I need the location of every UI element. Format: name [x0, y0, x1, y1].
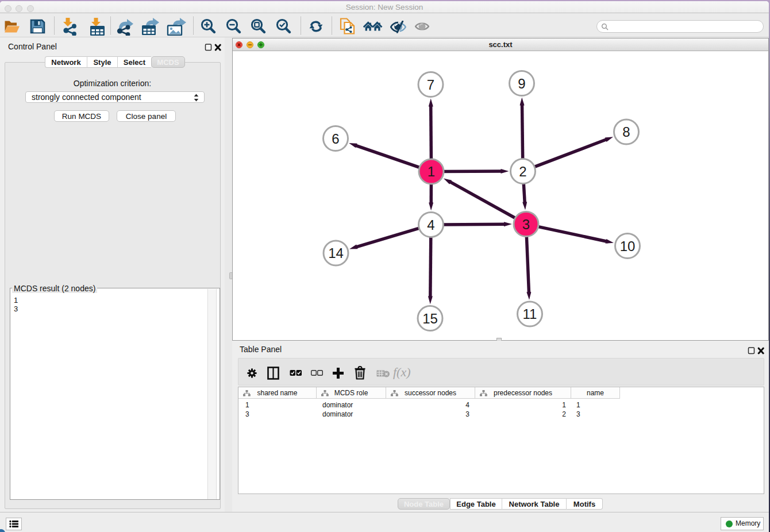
svg-text:15: 15	[422, 311, 438, 326]
svg-text:11: 11	[523, 306, 537, 322]
svg-text:1: 1	[428, 164, 435, 179]
svg-text:8: 8	[622, 124, 630, 140]
svg-text:10: 10	[620, 238, 636, 254]
svg-text:14: 14	[328, 245, 344, 261]
svg-text:9: 9	[518, 76, 525, 91]
svg-text:2: 2	[519, 164, 526, 179]
svg-text:7: 7	[427, 77, 434, 92]
svg-text:6: 6	[332, 131, 339, 147]
svg-text:3: 3	[522, 217, 530, 232]
svg-text:4: 4	[427, 217, 434, 233]
